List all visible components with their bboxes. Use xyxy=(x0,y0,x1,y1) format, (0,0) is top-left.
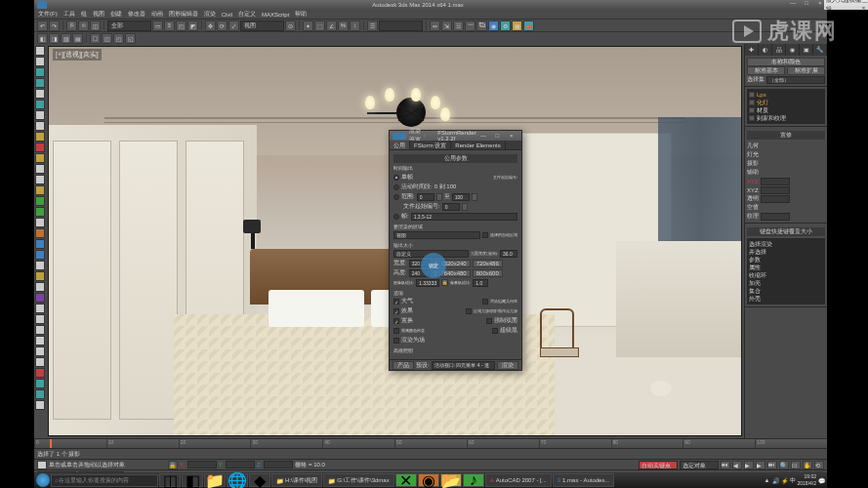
menu-item[interactable]: 自定义 xyxy=(238,10,256,19)
angle-snap-button[interactable]: ∠ xyxy=(326,20,337,31)
file-start-input[interactable] xyxy=(442,203,460,211)
viewport-preset-dd[interactable]: 活动视口: 四元菜单 4 - 透 xyxy=(432,361,495,370)
tool-icon[interactable] xyxy=(35,389,45,399)
unlink-button[interactable]: ⎋ xyxy=(78,20,89,31)
radio-range[interactable] xyxy=(393,194,399,200)
checkbox-icon[interactable] xyxy=(749,107,755,113)
auto-key-button[interactable]: 自动关键点 xyxy=(639,461,678,469)
move-button[interactable]: ✥ xyxy=(205,20,216,31)
taskbar-window[interactable]: 📁G:\工作\课件\3dmax xyxy=(323,473,393,487)
product-button[interactable]: 产品 xyxy=(393,361,414,370)
frames-input[interactable] xyxy=(411,213,517,221)
name-button[interactable]: 名称和颜色 xyxy=(747,58,825,66)
graphite-btn[interactable]: ☐ xyxy=(90,33,101,44)
list-item[interactable]: 外壳 xyxy=(749,295,823,303)
z-input[interactable] xyxy=(264,461,293,468)
maximize-button[interactable]: □ xyxy=(800,0,813,10)
tool-icon[interactable] xyxy=(35,196,45,206)
select-name-button[interactable]: ≡ xyxy=(164,20,175,31)
selection-filter[interactable]: 全部 xyxy=(107,20,151,31)
tool-icon[interactable] xyxy=(35,379,45,388)
tool-icon[interactable] xyxy=(35,282,45,292)
lock-icon[interactable]: 🔒 xyxy=(441,279,448,286)
dialog-close-button[interactable]: × xyxy=(505,133,518,139)
menu-item[interactable]: 创建 xyxy=(110,10,122,19)
menu-item[interactable]: 组 xyxy=(81,10,87,19)
tool-icon[interactable] xyxy=(35,250,45,260)
snap-button[interactable]: ⬚ xyxy=(314,20,325,31)
graphite-btn[interactable]: ▤ xyxy=(72,33,83,44)
tool-icon[interactable] xyxy=(35,175,45,184)
motion-tab[interactable]: ◉ xyxy=(786,44,800,56)
spinner-snap-button[interactable]: ↕ xyxy=(350,20,360,31)
checkbox-icon[interactable] xyxy=(492,328,498,334)
pinned-app[interactable]: ♪ xyxy=(463,473,484,487)
tool-icon[interactable] xyxy=(35,121,45,131)
render-frame-button[interactable]: ▦ xyxy=(512,20,522,31)
menu-item[interactable]: 帮助 xyxy=(295,10,307,19)
checkbox-icon[interactable] xyxy=(393,328,399,334)
modify-tab[interactable]: ◐ xyxy=(759,44,772,56)
tool-icon[interactable] xyxy=(35,100,45,109)
pinned-app[interactable]: 📁 xyxy=(204,473,226,487)
checkbox-icon[interactable] xyxy=(749,100,755,105)
radio-single[interactable] xyxy=(393,175,399,181)
x-input[interactable] xyxy=(187,461,217,468)
tool-icon[interactable] xyxy=(35,228,45,238)
range-from-input[interactable] xyxy=(417,193,434,201)
tray-icon[interactable]: 🔊 xyxy=(772,477,779,484)
checkbox-icon[interactable] xyxy=(393,308,399,314)
checkbox-icon[interactable] xyxy=(393,338,399,344)
tool-icon[interactable] xyxy=(35,132,45,142)
pinned-app[interactable]: 📂 xyxy=(440,473,462,487)
undo-button[interactable]: ↶ xyxy=(37,20,48,31)
tool-icon[interactable] xyxy=(35,346,45,356)
graphite-btn[interactable]: ◧ xyxy=(37,33,48,44)
radio-active[interactable] xyxy=(393,184,399,190)
taskbar-window[interactable]: 📁H:\课件\视图 xyxy=(271,473,322,487)
spinner-icon[interactable] xyxy=(462,203,468,211)
list-item[interactable]: Lps xyxy=(757,92,766,98)
hierarchy-tab[interactable]: 品 xyxy=(772,44,786,56)
align-button[interactable]: ⇲ xyxy=(441,20,452,31)
tool-icon[interactable] xyxy=(35,89,45,99)
pinned-app[interactable]: ◧ xyxy=(182,473,203,487)
tool-icon[interactable] xyxy=(35,142,45,152)
pinned-app[interactable]: ◉ xyxy=(418,473,439,487)
start-button[interactable] xyxy=(36,473,50,487)
checkbox-icon[interactable] xyxy=(466,308,472,314)
aspect-input[interactable] xyxy=(416,279,439,287)
render-button[interactable]: 渲染 xyxy=(497,361,518,370)
tool-icon[interactable] xyxy=(35,239,45,249)
menu-item[interactable]: 工具 xyxy=(63,10,75,19)
tool-icon[interactable] xyxy=(35,261,45,270)
taskbar-window[interactable]: AAutoCAD 2007 - [... xyxy=(485,473,552,487)
link-button[interactable]: ⎘ xyxy=(66,20,77,31)
graphite-btn[interactable]: ▥ xyxy=(61,33,71,44)
tool-icon[interactable] xyxy=(35,185,45,195)
tab-elements[interactable]: Render Elements xyxy=(451,141,505,149)
minimize-button[interactable]: — xyxy=(786,0,800,10)
viewcube-icon[interactable] xyxy=(650,381,672,396)
checkbox-icon[interactable] xyxy=(482,299,488,305)
timeline[interactable]: 0 10 20 30 40 50 60 70 80 90 100 xyxy=(34,438,827,448)
list-item[interactable]: 到家和纹理 xyxy=(757,114,786,123)
secondary-window-title[interactable]: 嵌入式超级编辑 — □ × xyxy=(824,0,868,10)
tool-icon[interactable] xyxy=(35,78,45,88)
dialog-max-button[interactable]: □ xyxy=(490,133,504,139)
tool-icon[interactable] xyxy=(35,293,45,303)
create-tab[interactable]: ✚ xyxy=(745,44,759,56)
tool-icon[interactable] xyxy=(35,271,45,281)
preset-720-button[interactable]: 720x486 xyxy=(473,260,503,267)
render-button[interactable]: 🫖 xyxy=(523,20,534,31)
tool-icon[interactable] xyxy=(35,218,45,227)
pivot-button[interactable]: ⊙ xyxy=(285,20,296,31)
named-sel-button[interactable]: ☰ xyxy=(367,20,378,31)
tool-icon[interactable] xyxy=(35,164,45,174)
display-tab[interactable]: ▣ xyxy=(800,44,813,56)
nav-orbit-button[interactable]: ⟲ xyxy=(814,461,824,469)
value-input[interactable] xyxy=(761,178,790,185)
checkbox-icon[interactable] xyxy=(749,92,755,98)
checkbox-icon[interactable] xyxy=(393,318,399,324)
tool-icon[interactable] xyxy=(35,304,45,313)
